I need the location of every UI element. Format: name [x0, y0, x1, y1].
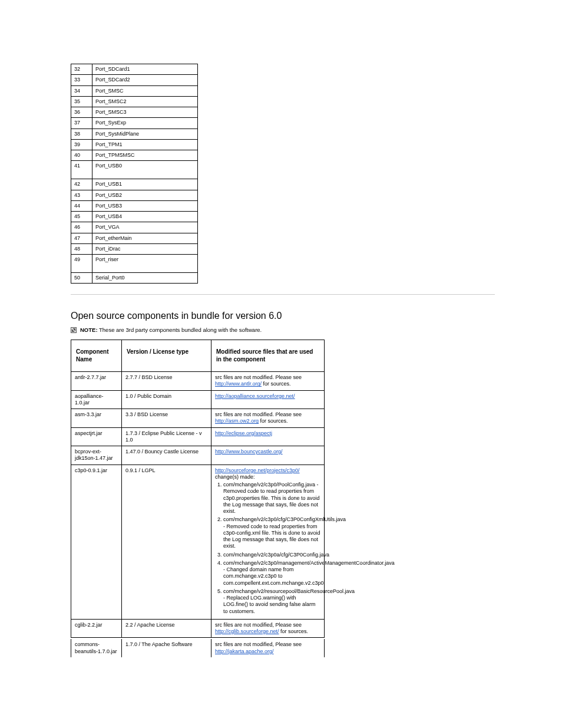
table-row: 35Port_SMSC2	[71, 96, 198, 107]
cell-index: 47	[71, 233, 92, 243]
cell-port-name: Port_USB1	[92, 179, 198, 190]
cell-port-name: Port_iDrac	[92, 243, 198, 254]
cell-port-name: Port_USB4	[92, 212, 198, 222]
section-heading: Open source components in bundle for ver…	[71, 310, 495, 322]
cell-index: 37	[71, 118, 92, 129]
table-row: 37Port_SysExp	[71, 118, 198, 129]
cell-index: 32	[71, 64, 92, 75]
cell-port-name: Port_riser	[92, 255, 198, 273]
cell-name: cglib-2.2.jar	[71, 619, 122, 638]
cell-port-name: Port_TPM1	[92, 139, 198, 150]
col-name: Component Name	[71, 340, 122, 372]
change-item: com/mchange/v2/c3p0/management/ActiveMan…	[223, 560, 320, 587]
table-row: 43Port_USB2	[71, 190, 198, 200]
link[interactable]: http://cglib.sourceforge.net/	[215, 628, 279, 634]
link[interactable]: http://asm.ow2.org	[215, 418, 259, 424]
cell-port-name: Port_SysMidPlane	[92, 129, 198, 139]
cell-index: 50	[71, 273, 92, 284]
table-row: asm-3.3.jar3.3 / BSD Licensesrc files ar…	[71, 409, 325, 428]
components-table-continuation: commons-beanutils-1.7.0.jar 1.7.0 / The …	[71, 639, 325, 657]
cell-version: 1.7.3 / Eclipse Public License - v 1.0	[122, 427, 211, 446]
link[interactable]: http://jakarta.apache.org/	[215, 648, 274, 654]
cell-desc: src files are not modified. Please see h…	[211, 409, 325, 428]
cell-index: 41	[71, 161, 92, 179]
cell-port-name: Port_VGA	[92, 222, 198, 233]
link[interactable]: http://eclipse.org/aspectj	[215, 430, 272, 436]
cell-index: 39	[71, 139, 92, 150]
cell-port-name: Port_SysExp	[92, 118, 198, 129]
table-row: 38Port_SysMidPlane	[71, 129, 198, 139]
section-divider	[71, 294, 495, 295]
note-label: NOTE:	[80, 327, 98, 333]
cell-index: 35	[71, 96, 92, 107]
change-item: com/mchange/v2/resourcepool/BasicResourc…	[223, 588, 320, 615]
table-row: bcprov-ext-jdk15on-1.47.jar1.47.0 / Boun…	[71, 446, 325, 465]
cell-index: 40	[71, 150, 92, 161]
cell-desc: http://aopalliance.sourceforge.net/	[211, 390, 325, 409]
table-row: 45Port_USB4	[71, 212, 198, 222]
cell-index: 49	[71, 255, 92, 273]
cell-index: 45	[71, 212, 92, 222]
cell-version: 2.2 / Apache License	[122, 619, 211, 638]
col-desc: Modified source files that are used in t…	[211, 340, 325, 372]
table-row: c3p0-0.9.1.jar0.9.1 / LGPLhttp://sourcef…	[71, 465, 325, 619]
table-row: aopalliance-1.0.jar1.0 / Public Domainht…	[71, 390, 325, 409]
note-text: These are 3rd party components bundled a…	[99, 327, 262, 333]
table-row: 49Port_riser	[71, 255, 198, 273]
cell-port-name: Port_USB3	[92, 200, 198, 211]
cell-port-name: Port_TPMSMSC	[92, 150, 198, 161]
link[interactable]: http://sourceforge.net/projects/c3p0/	[215, 467, 300, 473]
table-row: 40Port_TPMSMSC	[71, 150, 198, 161]
cell-name: aopalliance-1.0.jar	[71, 390, 122, 409]
table-row: 48Port_iDrac	[71, 243, 198, 254]
table-row: 50Serial_Port0	[71, 273, 198, 284]
table-row: 39Port_TPM1	[71, 139, 198, 150]
cell-index: 42	[71, 179, 92, 190]
table-row: 34Port_SMSC	[71, 85, 198, 96]
ports-table: 32Port_SDCard133Port_SDCard234Port_SMSC3…	[71, 64, 198, 284]
cell-desc: src files are not modified, Please see h…	[211, 619, 325, 638]
link[interactable]: http://www.antlr.org/	[215, 381, 262, 387]
cell-port-name: Port_SDCard1	[92, 64, 198, 75]
cell-port-name: Port_SDCard2	[92, 75, 198, 85]
cell-index: 48	[71, 243, 92, 254]
cell-name: antlr-2.7.7.jar	[71, 372, 122, 391]
cell-name: aspectjrt.jar	[71, 427, 122, 446]
cell-version: 2.7.7 / BSD License	[122, 372, 211, 391]
cell-index: 36	[71, 107, 92, 118]
table-row: 36Port_SMSC3	[71, 107, 198, 118]
table-row: 46Port_VGA	[71, 222, 198, 233]
cell-desc: http://sourceforge.net/projects/c3p0/cha…	[211, 465, 325, 619]
table-row: 44Port_USB3	[71, 200, 198, 211]
table-row: cglib-2.2.jar2.2 / Apache Licensesrc fil…	[71, 619, 325, 638]
cell-port-name: Port_USB0	[92, 161, 198, 179]
col-version: Version / License type	[122, 340, 211, 372]
cell-index: 46	[71, 222, 92, 233]
link[interactable]: http://www.bouncycastle.org/	[215, 449, 283, 454]
note: NOTE: These are 3rd party components bun…	[71, 327, 495, 334]
components-table: Component Name Version / License type Mo…	[71, 340, 325, 638]
cell-index: 34	[71, 85, 92, 96]
table-row: 33Port_SDCard2	[71, 75, 198, 85]
note-icon	[71, 327, 77, 333]
table-row: 42Port_USB1	[71, 179, 198, 190]
cell-port-name: Port_SMSC	[92, 85, 198, 96]
cell-port-name: Serial_Port0	[92, 273, 198, 284]
change-item: com/mchange/v2/c3p0/cfg/C3P0ConfigXmlUti…	[223, 516, 320, 549]
table-row: aspectjrt.jar1.7.3 / Eclipse Public Lice…	[71, 427, 325, 446]
cell-index: 38	[71, 129, 92, 139]
cell-port-name: Port_USB2	[92, 190, 198, 200]
cell-name: bcprov-ext-jdk15on-1.47.jar	[71, 446, 122, 465]
cell-index: 33	[71, 75, 92, 85]
cell-desc: http://eclipse.org/aspectj	[211, 427, 325, 446]
cell-desc: src files are not modified. Please see h…	[211, 372, 325, 391]
change-item: com/mchange/v2/c3p0a/cfg/C3P0Config.java	[223, 552, 320, 558]
cell-port-name: Port_SMSC3	[92, 107, 198, 118]
change-item: com/mchange/v2/c3p0/PoolConfig.java - Re…	[223, 482, 320, 515]
link[interactable]: http://aopalliance.sourceforge.net/	[215, 393, 295, 399]
cell-index: 44	[71, 200, 92, 211]
cell-version: 0.9.1 / LGPL	[122, 465, 211, 619]
table-row: 47Port_etherMain	[71, 233, 198, 243]
table-row: antlr-2.7.7.jar2.7.7 / BSD Licensesrc fi…	[71, 372, 325, 391]
cell-version: 3.3 / BSD License	[122, 409, 211, 428]
